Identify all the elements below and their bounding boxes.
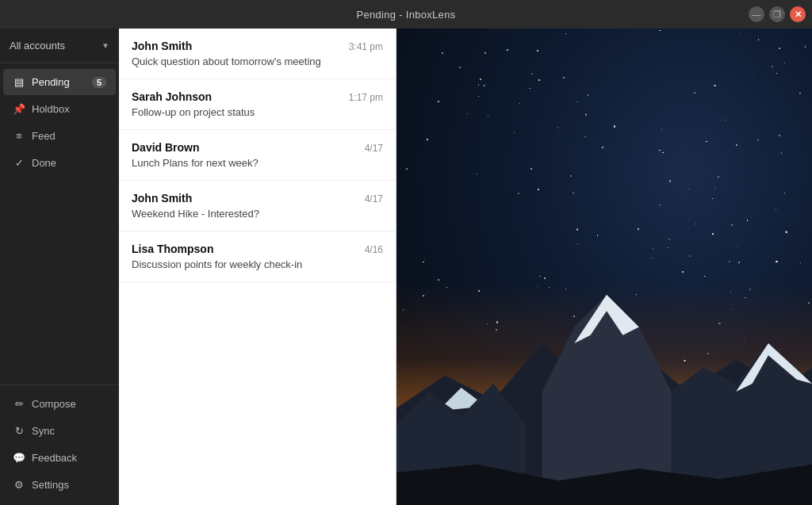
star <box>467 113 468 114</box>
email-subject: Follow-up on project status <box>132 106 383 118</box>
star <box>638 228 639 230</box>
feedback-icon: 💬 <box>13 452 25 464</box>
window-controls: — ❐ ✕ <box>749 6 806 22</box>
email-item[interactable]: David Brown 4/17 Lunch Plans for next we… <box>119 130 396 181</box>
email-time: 4/17 <box>365 143 383 154</box>
sidebar-item-pending[interactable]: ▤ Pending 5 <box>3 69 116 95</box>
email-item-header: John Smith 4/17 <box>132 192 383 205</box>
settings-icon: ⚙ <box>13 479 25 491</box>
star <box>519 103 520 104</box>
sidebar-item-holdbox[interactable]: 📌 Holdbox <box>3 96 116 122</box>
feed-icon: ≡ <box>13 130 25 142</box>
star <box>459 67 461 68</box>
star <box>670 239 671 240</box>
pending-icon: ▤ <box>13 76 25 88</box>
star <box>776 73 777 74</box>
star <box>706 141 707 143</box>
star <box>731 224 733 226</box>
star <box>538 189 539 190</box>
window-title: Pending - InboxLens <box>357 9 456 21</box>
app-body: All accounts ▼ ▤ Pending 5 📌 Holdbox ≡ F… <box>0 29 812 505</box>
holdbox-icon: 📌 <box>13 103 25 115</box>
star <box>668 239 669 239</box>
holdbox-label: Holdbox <box>32 103 106 115</box>
star <box>718 176 719 178</box>
star <box>577 101 578 102</box>
star <box>538 79 540 81</box>
star <box>786 231 787 233</box>
accounts-selector[interactable]: All accounts ▼ <box>0 29 119 63</box>
email-item-header: Sarah Johnson 1:17 pm <box>132 90 383 103</box>
star <box>477 174 477 174</box>
star <box>784 63 785 63</box>
star <box>398 253 399 254</box>
done-icon: ✓ <box>13 157 25 169</box>
star <box>514 132 515 133</box>
star <box>531 73 533 75</box>
preview-background <box>396 29 812 505</box>
star <box>602 147 603 148</box>
sidebar: All accounts ▼ ▤ Pending 5 📌 Holdbox ≡ F… <box>0 29 119 505</box>
sidebar-item-feedback[interactable]: 💬 Feedback <box>3 445 116 471</box>
star <box>573 193 574 194</box>
done-label: Done <box>32 157 106 169</box>
star <box>588 94 589 96</box>
sidebar-item-done[interactable]: ✓ Done <box>3 150 116 176</box>
accounts-arrow-icon: ▼ <box>102 41 109 50</box>
email-subject: Quick question about tomorrow's meeting <box>132 55 383 67</box>
email-sender: Sarah Johnson <box>132 90 212 103</box>
email-subject: Discussion points for weekly check-in <box>132 258 383 270</box>
star <box>480 78 481 80</box>
email-item[interactable]: Lisa Thompson 4/16 Discussion points for… <box>119 231 396 282</box>
feed-label: Feed <box>32 130 106 142</box>
star <box>406 168 408 170</box>
sidebar-item-feed[interactable]: ≡ Feed <box>3 123 116 149</box>
sidebar-bottom: ✏ Compose ↻ Sync 💬 Feedback ⚙ Settings <box>0 384 119 505</box>
email-item[interactable]: John Smith 3:41 pm Quick question about … <box>119 29 396 79</box>
star <box>779 135 780 136</box>
star <box>784 193 785 193</box>
email-item[interactable]: John Smith 4/17 Weekend Hike - Intereste… <box>119 181 396 231</box>
star <box>614 125 615 127</box>
accounts-label: All accounts <box>10 40 65 52</box>
compose-icon: ✏ <box>13 398 25 410</box>
email-subject: Lunch Plans for next week? <box>132 157 383 169</box>
star <box>668 247 669 249</box>
email-item[interactable]: Sarah Johnson 1:17 pm Follow-up on proje… <box>119 79 396 130</box>
star <box>753 74 754 75</box>
sync-label: Sync <box>32 425 106 437</box>
star <box>485 52 486 54</box>
star <box>737 246 738 247</box>
star <box>577 243 578 244</box>
star <box>662 152 664 154</box>
pending-label: Pending <box>32 76 86 88</box>
star <box>757 140 759 141</box>
email-item-header: David Brown 4/17 <box>132 141 383 154</box>
minimize-button[interactable]: — <box>749 6 764 22</box>
feedback-label: Feedback <box>32 452 106 464</box>
sidebar-item-compose[interactable]: ✏ Compose <box>3 391 116 417</box>
star <box>488 116 488 117</box>
star <box>688 189 689 189</box>
star <box>438 101 439 102</box>
close-button[interactable]: ✕ <box>790 6 806 22</box>
star <box>597 235 599 236</box>
star <box>584 107 585 108</box>
star <box>427 139 428 140</box>
email-item-header: Lisa Thompson 4/16 <box>132 243 383 255</box>
star <box>772 66 773 67</box>
mountain-silhouette <box>396 262 812 505</box>
star <box>776 209 776 210</box>
star <box>712 233 714 235</box>
star <box>695 224 696 224</box>
sidebar-item-sync[interactable]: ↻ Sync <box>3 418 116 444</box>
star <box>570 175 572 177</box>
star <box>739 33 740 34</box>
star <box>747 220 749 221</box>
sidebar-nav: ▤ Pending 5 📌 Holdbox ≡ Feed ✓ Done <box>0 63 119 384</box>
maximize-button[interactable]: ❐ <box>769 6 785 22</box>
star <box>694 92 695 94</box>
star <box>779 48 780 49</box>
settings-label: Settings <box>32 479 106 491</box>
sidebar-item-settings[interactable]: ⚙ Settings <box>3 472 116 498</box>
